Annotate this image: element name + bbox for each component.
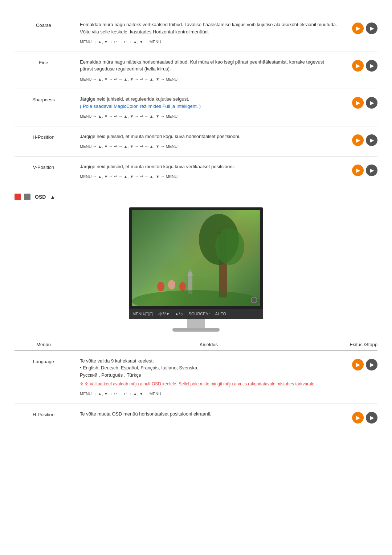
settings-section: Coarse Eemaldab müra nagu näiteks vertik…	[15, 15, 377, 186]
setting-desc-sharpness: Järgige neid juhiseid, et reguleerida ku…	[73, 96, 345, 119]
setting-buttons-hposition: ▶ ▶	[345, 133, 377, 146]
setting-label-fine: Fine	[15, 58, 73, 65]
next-btn-language[interactable]: ▶	[366, 359, 377, 370]
next-btn-fine[interactable]: ▶	[366, 60, 377, 72]
sharpness-highlight: ( Pole saadaval MagicColori režiimides F…	[80, 104, 201, 109]
next-btn-sharpness[interactable]: ▶	[366, 97, 377, 109]
setting-label-coarse: Coarse	[15, 21, 73, 28]
prev-btn-sharpness[interactable]: ▶	[352, 97, 364, 109]
setting-buttons-sharpness: ▶ ▶	[345, 96, 377, 109]
ctrl-source-label: SOURCE/↵	[189, 312, 210, 316]
language-desc-line3: Русский , Português , Türkçe	[80, 372, 338, 379]
setting-buttons-coarse: ▶ ▶	[345, 21, 377, 34]
ctrl-brightness: ▲/☼	[175, 312, 184, 316]
language-menu-path: MENU → ▲, ▼ → ↵ → ↵ → ▲, ▼ → MENU	[80, 391, 338, 397]
setting-row-language: Language Te võite valida 9 kaheksast kee…	[15, 351, 377, 404]
setting-desc-hposition: Järgige neid juhiseid, et muuta monitori…	[73, 133, 345, 150]
prev-btn-coarse[interactable]: ▶	[352, 23, 364, 34]
setting-desc-fine: Eemaldab müra nagu näiteks horisontaalse…	[73, 58, 345, 82]
bottom-header-menu: Menüü	[15, 342, 73, 347]
next-btn-hposition[interactable]: ▶	[366, 134, 377, 146]
setting-label-hposition: H-Position	[15, 133, 73, 140]
ctrl-source: SOURCE/↵	[189, 312, 210, 316]
prev-btn-hposition-osd[interactable]: ▶	[352, 412, 364, 424]
bottom-header-action: Esitus /Stopp	[345, 342, 377, 347]
setting-label-hposition-osd: H-Position	[15, 410, 73, 417]
setting-row-coarse: Coarse Eemaldab müra nagu näiteks vertik…	[15, 15, 377, 52]
stand-neck	[187, 319, 205, 328]
next-btn-vposition[interactable]: ▶	[366, 165, 377, 176]
svg-point-8	[168, 280, 175, 289]
bottom-header-row: Menüü Kirjeldus Esitus /Stopp	[15, 339, 377, 351]
stand-foot	[172, 328, 220, 332]
ctrl-volume-label: 小5/▼	[158, 311, 170, 317]
ctrl-brightness-label: ▲/☼	[175, 312, 184, 316]
prev-btn-fine[interactable]: ▶	[352, 60, 364, 72]
ctrl-menu-label: MENU/口口	[132, 311, 153, 317]
warning-icon: ※	[80, 381, 85, 386]
svg-point-9	[179, 282, 186, 291]
language-warning: ※ ※ Valitud keel avaldab mõju ainult OSD…	[80, 381, 338, 387]
ctrl-menu: MENU/口口	[132, 311, 153, 317]
setting-desc-vposition: Järgige neid juhiseid, et muuta monitori…	[73, 163, 345, 180]
monitor-screen	[129, 207, 263, 309]
monitor-stand	[172, 319, 220, 332]
language-warning-text: ※ Valitud keel avaldab mõju ainult OSD k…	[85, 381, 315, 386]
osd-section-header: OSD ▲	[15, 186, 377, 204]
osd-icon-red	[15, 194, 21, 200]
osd-label: OSD	[35, 194, 46, 200]
setting-label-vposition: V-Position	[15, 163, 73, 170]
language-desc-line2: • English, Deutsch, Español, Français, I…	[80, 364, 338, 372]
setting-row-hposition: H-Position Järgige neid juhiseid, et muu…	[15, 126, 377, 156]
setting-row-hposition-osd: H-Position Te võite muuta OSD menüü hori…	[15, 404, 377, 430]
setting-desc-hposition-osd: Te võite muuta OSD menüü horisontaalset …	[73, 410, 345, 418]
setting-row-sharpness: Sharpness Järgige neid juhiseid, et regu…	[15, 89, 377, 126]
prev-btn-vposition[interactable]: ▶	[352, 165, 364, 176]
svg-point-3	[215, 228, 244, 265]
osd-arrow-icon: ▲	[50, 194, 55, 200]
bottom-settings-section: Menüü Kirjeldus Esitus /Stopp Language T…	[15, 339, 377, 430]
setting-label-language: Language	[15, 357, 73, 364]
next-btn-coarse[interactable]: ▶	[366, 23, 377, 34]
setting-row-vposition: V-Position Järgige neid juhiseid, et muu…	[15, 156, 377, 186]
monitor-power-button[interactable]	[251, 297, 257, 303]
ctrl-auto-label: AUTO	[215, 312, 226, 316]
prev-btn-language[interactable]: ▶	[352, 359, 364, 370]
next-btn-hposition-osd[interactable]: ▶	[366, 412, 377, 424]
monitor-section: MENU/口口 小5/▼ ▲/☼ SOURCE/↵ AUTO	[15, 207, 377, 332]
svg-point-7	[157, 282, 164, 291]
setting-desc-language: Te võite valida 9 kaheksast keelest: • E…	[73, 357, 345, 397]
setting-desc-coarse: Eemaldab müra nagu näiteks vertikaalsed …	[73, 21, 345, 45]
osd-icon-gray	[24, 194, 30, 200]
setting-label-sharpness: Sharpness	[15, 96, 73, 102]
setting-buttons-language: ▶ ▶	[345, 357, 377, 370]
monitor-controls-bar: MENU/口口 小5/▼ ▲/☼ SOURCE/↵ AUTO	[129, 309, 263, 319]
setting-buttons-hposition-osd: ▶ ▶	[345, 410, 377, 424]
setting-row-fine: Fine Eemaldab müra nagu näiteks horisont…	[15, 52, 377, 89]
setting-buttons-vposition: ▶ ▶	[345, 163, 377, 176]
prev-btn-hposition[interactable]: ▶	[352, 134, 364, 146]
language-desc-line1: Te võite valida 9 kaheksast keelest:	[80, 357, 338, 365]
monitor-wrapper: MENU/口口 小5/▼ ▲/☼ SOURCE/↵ AUTO	[129, 207, 263, 332]
ctrl-auto: AUTO	[215, 312, 226, 316]
bottom-header-desc: Kirjeldus	[73, 342, 345, 347]
setting-buttons-fine: ▶ ▶	[345, 58, 377, 72]
monitor-image	[132, 210, 260, 306]
ctrl-volume: 小5/▼	[158, 311, 170, 317]
